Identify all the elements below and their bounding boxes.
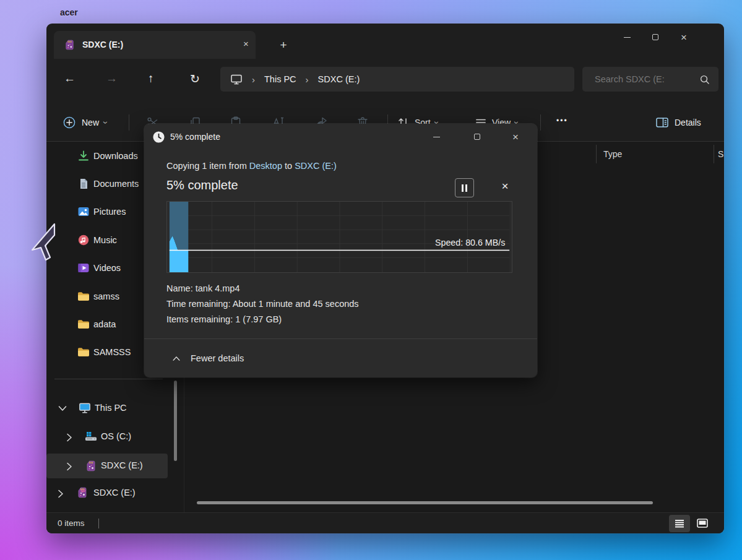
items-remaining-line: Items remaining: 1 (7.97 GB)	[166, 314, 282, 324]
breadcrumb-current[interactable]: SDXC (E:)	[318, 74, 360, 84]
horizontal-scrollbar[interactable]	[197, 501, 653, 504]
tab-title: SDXC (E:)	[82, 40, 123, 50]
dialog-title: 5% complete	[170, 132, 220, 142]
new-button[interactable]: New ›	[58, 111, 113, 134]
sidebar-item-os-c[interactable]: OS (C:)	[46, 426, 168, 447]
close-icon: ×	[681, 32, 687, 43]
toolbar-divider	[540, 114, 541, 131]
tab-sdxc[interactable]: SDXC (E:) ×	[54, 31, 256, 59]
column-divider[interactable]	[596, 145, 597, 163]
drive-icon	[85, 431, 97, 442]
thumbnail-view-button[interactable]	[692, 515, 713, 532]
sidebar-item-label: adata	[93, 319, 116, 329]
chevron-right-icon[interactable]	[58, 489, 64, 499]
copy-prefix: Copying 1 item from	[166, 161, 247, 171]
sidebar-item-sdxc-2[interactable]: SDXC (E:)	[46, 483, 168, 504]
copy-progress-dialog: 5% complete × Copying 1 item from Deskto…	[144, 124, 537, 377]
copy-source-link[interactable]: Desktop	[249, 161, 282, 171]
cancel-copy-button[interactable]: ×	[497, 179, 513, 196]
copy-destination-link[interactable]: SDXC (E:)	[295, 161, 337, 171]
pause-button[interactable]	[455, 178, 474, 197]
thumbnail-view-icon	[696, 518, 709, 529]
sidebar-item-label: Music	[93, 235, 117, 245]
fewer-details-toggle[interactable]: Fewer details	[144, 338, 537, 377]
dialog-caption-buttons: ×	[416, 127, 534, 147]
tab-close-icon[interactable]: ×	[243, 39, 249, 48]
maximize-icon	[474, 134, 480, 140]
folder-icon	[77, 291, 90, 302]
sidebar-divider	[54, 379, 163, 379]
window-close-button[interactable]: ×	[670, 27, 698, 47]
sidebar-item-label: Videos	[93, 263, 121, 273]
fewer-details-label: Fewer details	[191, 353, 244, 363]
sd-card-icon	[64, 40, 75, 50]
sd-card-icon	[85, 460, 97, 472]
plus-circle-icon	[63, 116, 76, 129]
chevron-down-icon[interactable]	[58, 405, 67, 411]
sidebar-item-this-pc[interactable]: This PC	[46, 398, 168, 419]
sidebar-item-label: samss	[93, 291, 119, 301]
maximize-icon	[652, 34, 658, 40]
column-divider[interactable]	[714, 145, 714, 163]
details-view-button[interactable]	[669, 515, 690, 532]
download-icon	[77, 150, 90, 162]
dialog-maximize-button[interactable]	[457, 127, 497, 147]
speed-graph: Speed: 80.6 MB/s	[166, 201, 512, 273]
nav-up-button[interactable]: ↑	[148, 72, 154, 85]
folder-icon	[77, 347, 90, 358]
search-box[interactable]	[582, 67, 718, 92]
column-header-size[interactable]: Size	[718, 149, 724, 159]
close-icon: ×	[512, 132, 519, 142]
music-icon	[77, 235, 90, 246]
item-count: 0 items	[58, 519, 85, 528]
breadcrumb[interactable]: › This PC › SDXC (E:)	[220, 67, 574, 92]
search-icon[interactable]	[699, 74, 710, 85]
sidebar-item-label: Documents	[93, 179, 139, 189]
details-pane-icon	[655, 116, 669, 129]
status-divider	[98, 519, 99, 528]
details-button-label: Details	[675, 118, 701, 127]
window-maximize-button[interactable]	[641, 27, 670, 47]
sidebar-item-label: This PC	[95, 403, 127, 413]
percent-heading: 5% complete	[166, 178, 238, 192]
sidebar-item-sdxc-selected[interactable]: SDXC (E:)	[46, 454, 168, 478]
dialog-minimize-button[interactable]	[416, 127, 457, 147]
copy-middle: to	[285, 161, 292, 171]
chevron-right-icon[interactable]	[66, 462, 72, 472]
speed-label: Speed: 80.6 MB/s	[435, 238, 505, 248]
sd-card-icon	[76, 487, 88, 498]
dialog-close-button[interactable]: ×	[497, 127, 534, 147]
monitor-icon	[79, 402, 91, 413]
window-minimize-button[interactable]	[613, 27, 641, 47]
nav-refresh-button[interactable]: ↻	[190, 72, 200, 86]
document-icon	[77, 178, 90, 189]
minimize-icon	[624, 37, 631, 38]
nav-back-button[interactable]: ←	[64, 72, 75, 85]
chevron-right-icon[interactable]	[66, 433, 72, 442]
minimize-icon	[433, 137, 440, 137]
folder-icon	[77, 319, 90, 330]
time-remaining-line: Time remaining: About 1 minute and 45 se…	[166, 299, 359, 309]
nav-forward-button[interactable]: →	[106, 72, 118, 85]
new-button-label: New	[82, 118, 99, 127]
window-caption-buttons: ×	[613, 27, 698, 47]
sidebar-item-label: Pictures	[93, 207, 126, 217]
search-input[interactable]	[595, 74, 699, 84]
more-options-button[interactable]: •••	[556, 116, 568, 125]
column-header-type[interactable]: Type	[603, 149, 622, 159]
sidebar-item-label: SDXC (E:)	[101, 460, 143, 470]
breadcrumb-separator-icon: ›	[304, 74, 310, 85]
sidebar-item-label: OS (C:)	[101, 431, 131, 441]
chevron-up-icon	[172, 356, 181, 361]
videos-icon	[77, 262, 90, 274]
sidebar-item-label: SAMSSS	[93, 347, 131, 357]
sidebar-item-label: Downloads	[93, 151, 138, 161]
breadcrumb-this-pc[interactable]: This PC	[264, 74, 296, 84]
sidebar-scrollbar[interactable]	[174, 381, 177, 461]
status-bar: 0 items	[46, 512, 724, 533]
toolbar-divider	[129, 114, 129, 131]
desktop-brand-text: acer	[60, 7, 78, 17]
new-tab-button[interactable]: +	[274, 36, 293, 54]
details-pane-button[interactable]: Details	[655, 111, 701, 134]
clock-icon	[152, 131, 165, 144]
